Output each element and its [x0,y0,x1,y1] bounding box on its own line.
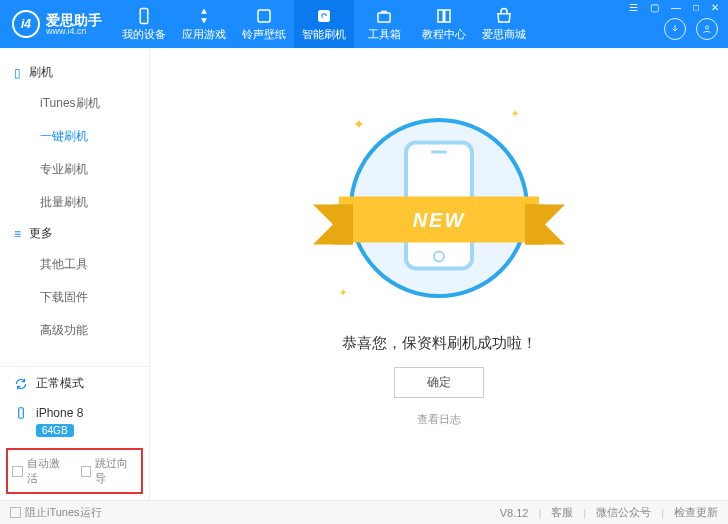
skip-guide-checkbox[interactable]: 跳过向导 [81,456,138,486]
user-icon[interactable] [696,18,718,40]
shop-icon [495,7,513,25]
wechat-link[interactable]: 微信公众号 [596,505,651,520]
maximize-icon[interactable]: □ [690,2,702,13]
sidebar-item-pro[interactable]: 专业刷机 [0,153,149,186]
star-icon: ✦ [339,287,347,298]
toolbox-icon [375,7,393,25]
nav-ring[interactable]: 铃声壁纸 [234,0,294,48]
success-illustration: ✦ ✦ ✦ NEW [339,108,539,308]
apps-icon [195,7,213,25]
mode-label: 正常模式 [36,375,84,392]
device-info[interactable]: iPhone 8 64GB [0,400,149,448]
storage-badge: 64GB [36,424,74,437]
svg-rect-2 [318,10,330,22]
logo: i4 爱思助手 www.i4.cn [0,10,114,38]
app-url: www.i4.cn [46,27,102,36]
ribbon-text: NEW [413,208,466,231]
nav-label: 我的设备 [122,27,166,42]
ok-button[interactable]: 确定 [394,367,484,398]
nav-label: 铃声壁纸 [242,27,286,42]
nav-games[interactable]: 应用游戏 [174,0,234,48]
phone-icon [135,7,153,25]
group-title: 更多 [29,225,53,242]
svg-rect-0 [140,8,148,23]
sidebar-item-batch[interactable]: 批量刷机 [0,186,149,219]
app-header: i4 爱思助手 www.i4.cn 我的设备 应用游戏 铃声壁纸 智能刷机 工具… [0,0,728,48]
svg-rect-3 [378,13,390,22]
refresh-icon [315,7,333,25]
nav-toolbox[interactable]: 工具箱 [354,0,414,48]
status-bar: 阻止iTunes运行 V8.12 | 客服 | 微信公众号 | 检查更新 [0,500,728,524]
view-log-link[interactable]: 查看日志 [417,412,461,427]
refresh-icon [14,377,28,391]
device-mode[interactable]: 正常模式 [0,367,149,400]
book-icon [435,7,453,25]
nav-label: 智能刷机 [302,27,346,42]
window-controls: ☰ ▢ — □ ✕ [626,2,722,13]
sidebar-item-itunes[interactable]: iTunes刷机 [0,87,149,120]
device-name: iPhone 8 [36,406,83,420]
nav-label: 工具箱 [368,27,401,42]
block-itunes-checkbox[interactable]: 阻止iTunes运行 [10,505,102,520]
version-label: V8.12 [500,507,529,519]
star-icon: ✦ [511,108,519,119]
nav-label: 教程中心 [422,27,466,42]
nav-device[interactable]: 我的设备 [114,0,174,48]
svg-rect-5 [19,408,24,419]
app-name: 爱思助手 [46,13,102,27]
header-actions [664,18,718,40]
close-icon[interactable]: ✕ [708,2,722,13]
highlighted-options: 自动激活 跳过向导 [6,448,143,494]
sidebar-item-download[interactable]: 下载固件 [0,281,149,314]
settings-icon[interactable]: ☰ [626,2,641,13]
sidebar-item-advanced[interactable]: 高级功能 [0,314,149,347]
update-link[interactable]: 检查更新 [674,505,718,520]
top-nav: 我的设备 应用游戏 铃声壁纸 智能刷机 工具箱 教程中心 爱思商城 [114,0,534,48]
skin-icon[interactable]: ▢ [647,2,662,13]
svg-point-4 [706,26,709,29]
auto-activate-checkbox[interactable]: 自动激活 [12,456,69,486]
sidebar: ▯ 刷机 iTunes刷机 一键刷机 专业刷机 批量刷机 ≡ 更多 其他工具 下… [0,48,150,500]
group-title: 刷机 [29,64,53,81]
nav-label: 爱思商城 [482,27,526,42]
new-ribbon: NEW [339,197,539,243]
sidebar-group-flash: ▯ 刷机 [0,58,149,87]
logo-icon: i4 [12,10,40,38]
sidebar-item-onekey[interactable]: 一键刷机 [0,120,149,153]
nav-mall[interactable]: 爱思商城 [474,0,534,48]
nav-label: 应用游戏 [182,27,226,42]
minimize-icon[interactable]: — [668,2,684,13]
nav-flash[interactable]: 智能刷机 [294,0,354,48]
sidebar-group-more: ≡ 更多 [0,219,149,248]
svg-rect-1 [258,10,270,22]
star-icon: ✦ [353,116,365,132]
device-icon [14,406,28,420]
nav-tutorial[interactable]: 教程中心 [414,0,474,48]
support-link[interactable]: 客服 [551,505,573,520]
more-icon: ≡ [14,227,21,241]
download-icon[interactable] [664,18,686,40]
image-icon [255,7,273,25]
main-content: ✦ ✦ ✦ NEW 恭喜您，保资料刷机成功啦！ 确定 查看日志 [150,48,728,500]
phone-icon: ▯ [14,66,21,80]
success-message: 恭喜您，保资料刷机成功啦！ [342,334,537,353]
sidebar-item-tools[interactable]: 其他工具 [0,248,149,281]
